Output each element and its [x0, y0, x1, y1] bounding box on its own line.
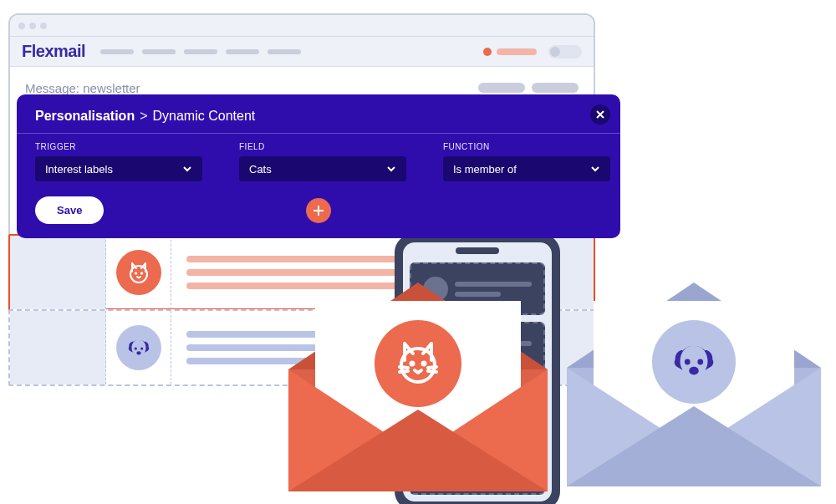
- text-placeholder: [186, 269, 429, 276]
- svg-point-23: [685, 359, 691, 365]
- user-avatar-dot: [483, 48, 492, 56]
- function-value: Is member of: [453, 163, 517, 176]
- field-label: FIELD: [239, 142, 406, 151]
- field-select[interactable]: Cats: [239, 156, 406, 181]
- svg-point-14: [411, 363, 414, 365]
- app-navbar: Flexmail: [10, 37, 594, 67]
- envelope-dog: [560, 276, 828, 489]
- breadcrumb-separator: >: [140, 109, 147, 124]
- nav-item-placeholder: [100, 49, 134, 54]
- envelope-cat: [280, 276, 556, 493]
- traffic-light-dot: [18, 23, 25, 29]
- svg-point-24: [697, 359, 703, 365]
- personalisation-panel: Personalisation > Dynamic Content TRIGGE…: [17, 94, 620, 238]
- window-titlebar: [10, 15, 594, 37]
- svg-point-0: [130, 266, 147, 283]
- function-label: FUNCTION: [443, 142, 610, 151]
- traffic-light-dot: [29, 23, 36, 29]
- cat-icon: [391, 337, 445, 390]
- block-margin-left: [10, 236, 106, 309]
- svg-point-5: [136, 351, 140, 354]
- nav-item-placeholder: [268, 49, 301, 54]
- nav-item-placeholder: [184, 49, 217, 54]
- dog-icon: [116, 325, 161, 370]
- brand-logo: Flexmail: [22, 42, 85, 61]
- cat-icon: [116, 250, 161, 295]
- svg-point-25: [689, 367, 699, 375]
- user-name-placeholder: [497, 48, 537, 55]
- block-image-col: [106, 311, 171, 384]
- nav-item-placeholder: [142, 49, 176, 54]
- traffic-light-dot: [40, 23, 47, 29]
- svg-point-15: [423, 363, 426, 365]
- block-margin-left: [10, 311, 106, 384]
- trigger-label: TRIGGER: [35, 142, 202, 151]
- close-icon[interactable]: [590, 104, 610, 125]
- field-value: Cats: [249, 163, 272, 176]
- dog-icon: [668, 336, 720, 388]
- action-placeholder: [478, 83, 525, 93]
- add-rule-button[interactable]: [306, 198, 331, 223]
- nav-item-placeholder: [226, 49, 259, 54]
- block-image-col: [106, 236, 171, 309]
- svg-point-1: [135, 272, 136, 274]
- trigger-select[interactable]: Interest labels: [35, 156, 202, 181]
- trigger-value: Interest labels: [45, 163, 113, 176]
- svg-point-13: [401, 349, 435, 382]
- theme-toggle[interactable]: [548, 45, 582, 59]
- chevron-down-icon: [182, 165, 192, 172]
- svg-point-4: [140, 347, 143, 349]
- message-breadcrumb: Message: newsletter: [25, 81, 140, 95]
- svg-point-2: [140, 272, 142, 274]
- phone-notch: [456, 247, 499, 254]
- save-button[interactable]: Save: [35, 196, 104, 224]
- action-placeholder: [532, 83, 579, 93]
- chevron-down-icon: [386, 165, 396, 172]
- panel-breadcrumb-current: Dynamic Content: [153, 109, 256, 124]
- chevron-down-icon: [590, 165, 600, 172]
- panel-breadcrumb-root[interactable]: Personalisation: [35, 109, 135, 124]
- function-select[interactable]: Is member of: [443, 156, 610, 181]
- svg-point-3: [134, 347, 136, 349]
